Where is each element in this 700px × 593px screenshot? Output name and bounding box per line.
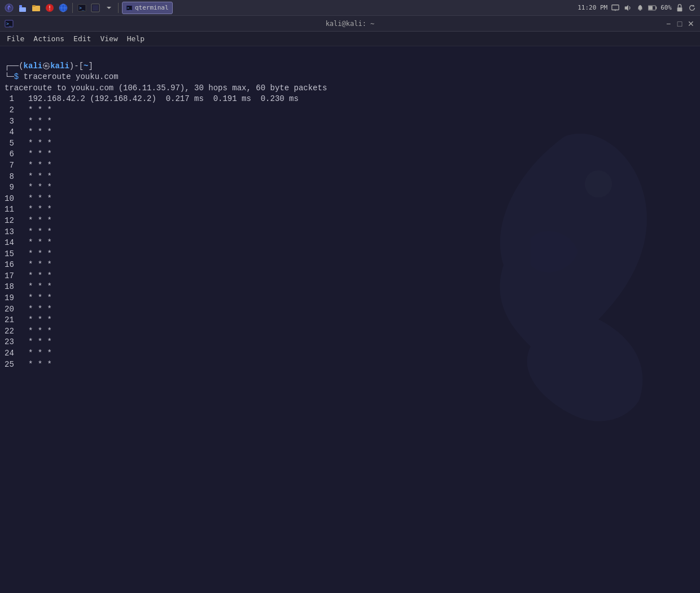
- svg-text:>_: >_: [6, 21, 12, 27]
- hop-11: 11 * * *: [5, 205, 52, 214]
- menu-bar: File Actions Edit View Help: [0, 32, 700, 46]
- hop-16: 16 * * *: [5, 260, 52, 269]
- hop-4: 4 * * *: [5, 128, 52, 137]
- hop-20: 20 * * *: [5, 305, 52, 314]
- refresh-icon: [688, 3, 697, 12]
- title-bar: >_ kali@kali: ~ − □ ✕: [0, 16, 700, 32]
- files-icon[interactable]: [17, 2, 28, 14]
- hop-8: 8 * * *: [5, 172, 52, 181]
- svg-rect-1: [19, 5, 22, 7]
- menu-help[interactable]: Help: [123, 33, 149, 44]
- svg-rect-21: [639, 9, 641, 10]
- taskbar-right: 11:20 PM 6: [578, 3, 697, 12]
- prompt-line: ┌──(kali㉿kali)-[~]: [5, 61, 695, 72]
- taskbar: ! >_: [0, 0, 700, 16]
- menu-edit[interactable]: Edit: [69, 33, 95, 44]
- svg-text:!: !: [48, 5, 51, 11]
- title-terminal-icon: >_: [5, 19, 14, 28]
- hop-14: 14 * * *: [5, 238, 52, 247]
- taskbar-divider1: [72, 3, 73, 13]
- hop-19: 19 * * *: [5, 293, 52, 302]
- hop-6: 6 * * *: [5, 150, 52, 159]
- hop-24: 24 * * *: [5, 349, 52, 358]
- window-title: kali@kali: ~: [326, 20, 375, 28]
- menu-file[interactable]: File: [2, 33, 29, 44]
- globe-icon[interactable]: [58, 2, 69, 14]
- terminal-output: ┌──(kali㉿kali)-[~]└─$ traceroute youku.c…: [5, 50, 695, 381]
- battery-percent: 60%: [660, 4, 672, 11]
- hop-15: 15 * * *: [5, 249, 52, 258]
- svg-rect-13: [93, 5, 98, 11]
- restore-button[interactable]: □: [675, 19, 684, 28]
- battery-icon: [648, 3, 657, 12]
- terminal-tab[interactable]: >_ qterminal: [122, 2, 173, 14]
- terminal-content[interactable]: ┌──(kali㉿kali)-[~]└─$ traceroute youku.c…: [0, 46, 700, 593]
- time-display: 11:20 PM: [578, 4, 607, 11]
- sound-icon: [623, 3, 632, 12]
- hop-10: 10 * * *: [5, 194, 52, 203]
- svg-marker-14: [107, 7, 111, 9]
- kali-icon[interactable]: [3, 2, 15, 14]
- hop-1: 1 192.168.42.2 (192.168.42.2) 0.217 ms 0…: [5, 94, 299, 103]
- menu-actions[interactable]: Actions: [29, 33, 69, 44]
- hop-7: 7 * * *: [5, 161, 52, 170]
- terminal-window: >_ kali@kali: ~ − □ ✕ File Actions Edit …: [0, 16, 700, 593]
- svg-rect-25: [677, 7, 683, 11]
- svg-rect-2: [19, 7, 26, 12]
- title-bar-left: >_: [5, 19, 14, 28]
- menu-view[interactable]: View: [95, 33, 122, 44]
- hop-21: 21 * * *: [5, 315, 52, 324]
- taskbar-left: ! >_: [3, 2, 173, 14]
- lock-icon: [675, 3, 684, 12]
- svg-text:>_: >_: [127, 6, 132, 10]
- red-icon[interactable]: !: [44, 2, 55, 14]
- hop-22: 22 * * *: [5, 327, 52, 336]
- svg-text:>_: >_: [79, 6, 85, 11]
- folder-icon[interactable]: [30, 2, 42, 14]
- hop-17: 17 * * *: [5, 271, 52, 280]
- svg-rect-24: [649, 6, 653, 9]
- taskbar-divider2: [118, 3, 119, 13]
- hop-9: 9 * * *: [5, 183, 52, 192]
- hop-18: 18 * * *: [5, 282, 52, 291]
- hop-13: 13 * * *: [5, 227, 52, 236]
- monitor-icon: [611, 3, 620, 12]
- close-button[interactable]: ✕: [686, 19, 695, 28]
- hop-2: 2 * * *: [5, 106, 52, 115]
- hop-23: 23 * * *: [5, 337, 52, 346]
- command-line: └─$ traceroute youku.com: [5, 72, 695, 83]
- svg-rect-4: [32, 5, 36, 7]
- hop-25: 25 * * *: [5, 360, 52, 369]
- square-icon[interactable]: [90, 2, 101, 14]
- minimize-button[interactable]: −: [664, 19, 673, 28]
- svg-rect-23: [656, 6, 657, 9]
- svg-rect-17: [612, 5, 619, 10]
- output-line1: traceroute to youku.com (106.11.35.97), …: [5, 84, 327, 93]
- dropdown-icon[interactable]: [103, 2, 115, 14]
- bell-icon: [636, 3, 645, 12]
- hop-12: 12 * * *: [5, 216, 52, 225]
- hop-3: 3 * * *: [5, 117, 52, 126]
- title-bar-controls: − □ ✕: [664, 19, 695, 28]
- hop-5: 5 * * *: [5, 139, 52, 148]
- svg-marker-20: [625, 5, 628, 11]
- terminal-tab-label: qterminal: [135, 4, 169, 11]
- terminal-small-icon[interactable]: >_: [76, 2, 88, 14]
